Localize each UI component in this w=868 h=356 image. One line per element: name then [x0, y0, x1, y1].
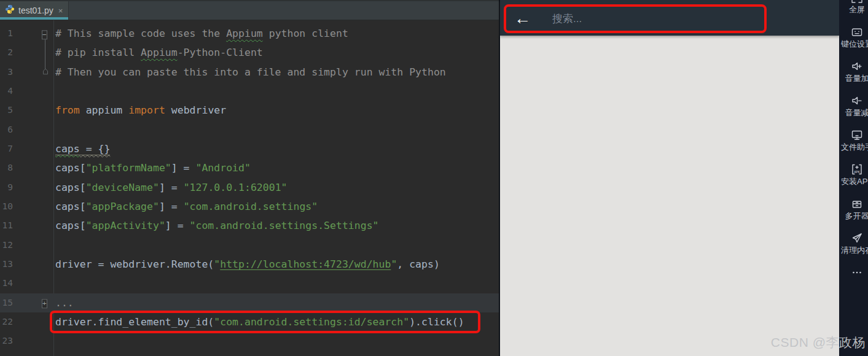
code-text: caps["appActivity"] = "com.android.setti…: [55, 216, 379, 235]
code-line-23[interactable]: 23: [0, 331, 499, 350]
toolbar-item-label: 清理内存: [841, 246, 868, 255]
emulator-toolbar: 全屏键位设置音量加音量减文件助手APK安装APK多开器清理内存: [839, 0, 868, 356]
settings-search-appbar: ← 搜索...: [500, 0, 839, 36]
toolbar-item-file-helper[interactable]: 文件助手: [839, 129, 868, 163]
line-number: 10: [0, 197, 13, 216]
code-text: # Then you can paste this into a file an…: [55, 63, 446, 82]
code-line-5[interactable]: 5from appium import webdriver: [0, 101, 499, 120]
line-number: 7: [0, 139, 13, 158]
line-number: 15: [0, 293, 13, 312]
python-file-icon: [5, 4, 15, 17]
android-emulator-screen: ← 搜索...: [499, 0, 839, 356]
tab-title: test01.py: [18, 6, 53, 15]
line-number: 11: [0, 216, 13, 235]
line-number: 22: [0, 312, 13, 331]
toolbar-item-label: 文件助手: [841, 142, 868, 152]
toolbar-item-label: 全屏: [849, 5, 865, 15]
toolbar-item-label: 键位设置: [841, 39, 868, 49]
editor-tab-bar: test01.py ×: [0, 0, 499, 20]
code-text: from appium import webdriver: [55, 101, 226, 120]
fold-end-icon[interactable]: [42, 63, 49, 82]
code-text: caps = {}: [55, 139, 110, 158]
code-text: # This sample code uses the Appium pytho…: [55, 24, 348, 43]
line-number: 1: [0, 24, 13, 43]
more-icon: [851, 266, 863, 279]
line-number: 23: [0, 331, 13, 350]
toolbar-item-label: 音量减: [845, 108, 868, 118]
code-text: caps["deviceName"] = "127.0.0.1:62001": [55, 178, 287, 197]
toolbar-item-label: 安装APK: [841, 177, 868, 187]
code-line-13[interactable]: 13driver = webdriver.Remote("http://loca…: [0, 255, 499, 274]
line-number: 14: [0, 274, 13, 293]
toolbar-item-install-apk[interactable]: APK安装APK: [839, 163, 868, 198]
emulator-content-area[interactable]: [500, 36, 839, 356]
keymap-icon: [851, 26, 863, 38]
toolbar-item-more[interactable]: [839, 266, 868, 301]
annotation-red-box-search: ← 搜索...: [504, 4, 767, 33]
toolbar-item-clean-memory[interactable]: 清理内存: [839, 232, 868, 266]
multi-instance-icon: [851, 198, 863, 210]
line-number: 2: [0, 43, 13, 62]
line-number: 5: [0, 101, 13, 120]
code-line-2[interactable]: 2# pip install Appium-Python-Client: [0, 43, 499, 62]
line-number: 4: [0, 82, 13, 101]
search-input[interactable]: 搜索...: [552, 12, 582, 26]
install-apk-icon: APK: [851, 163, 863, 176]
svg-text:APK: APK: [854, 170, 860, 174]
code-line-4[interactable]: 4: [0, 82, 499, 101]
code-text: # pip install Appium-Python-Client: [55, 43, 263, 62]
toolbar-item-volume-down[interactable]: 音量减: [839, 95, 868, 129]
code-line-7[interactable]: 7caps = {}: [0, 139, 499, 158]
line-number: 3: [0, 63, 13, 82]
code-text: driver = webdriver.Remote("http://localh…: [55, 255, 440, 274]
fullscreen-icon: [851, 0, 863, 4]
code-rows[interactable]: 1−# This sample code uses the Appium pyt…: [0, 20, 499, 356]
volume-down-icon: [851, 95, 863, 107]
code-line-22[interactable]: 22driver.find_element_by_id("com.android…: [0, 312, 499, 331]
toolbar-item-volume-up[interactable]: 音量加: [839, 60, 868, 95]
line-number: 12: [0, 236, 13, 255]
code-line-1[interactable]: 1−# This sample code uses the Appium pyt…: [0, 24, 499, 43]
fold-start-icon[interactable]: −: [42, 24, 47, 43]
code-line-8[interactable]: 8caps["platformName"] = "Android": [0, 158, 499, 177]
code-line-11[interactable]: 11caps["appActivity"] = "com.android.set…: [0, 216, 499, 235]
code-text: driver.find_element_by_id("com.android.s…: [55, 312, 464, 331]
code-text: ...: [55, 293, 74, 312]
code-line-3[interactable]: 3# Then you can paste this into a file a…: [0, 63, 499, 82]
file-helper-icon: [851, 129, 863, 141]
line-number: 6: [0, 120, 13, 139]
code-line-9[interactable]: 9caps["deviceName"] = "127.0.0.1:62001": [0, 178, 499, 197]
toolbar-item-label: 多开器: [845, 211, 868, 221]
watermark: CSDN @李政杨: [771, 334, 866, 351]
code-text: caps["appPackage"] = "com.android.settin…: [55, 197, 318, 216]
clean-memory-icon: [851, 232, 863, 244]
code-line-15[interactable]: 15+...: [0, 293, 499, 312]
code-text: caps["platformName"] = "Android": [55, 158, 251, 177]
code-line-6[interactable]: 6: [0, 120, 499, 139]
line-number: 9: [0, 178, 13, 197]
tab-test01-py[interactable]: test01.py ×: [0, 1, 69, 20]
tab-close-icon[interactable]: ×: [58, 6, 63, 15]
toolbar-item-keymap[interactable]: 键位设置: [839, 26, 868, 60]
line-number: 8: [0, 158, 13, 177]
code-line-12[interactable]: 12: [0, 236, 499, 255]
toolbar-item-label: 音量加: [845, 74, 868, 83]
back-arrow-icon[interactable]: ←: [514, 10, 531, 27]
code-editor-pane: test01.py × 1−# This sample code uses th…: [0, 0, 499, 356]
volume-up-icon: [851, 60, 863, 72]
toolbar-item-fullscreen[interactable]: 全屏: [839, 0, 868, 26]
line-number: 13: [0, 255, 13, 274]
code-line-10[interactable]: 10caps["appPackage"] = "com.android.sett…: [0, 197, 499, 216]
code-line-14[interactable]: 14: [0, 274, 499, 293]
toolbar-item-multi-instance[interactable]: 多开器: [839, 198, 868, 232]
fold-plus-icon[interactable]: +: [42, 293, 47, 312]
